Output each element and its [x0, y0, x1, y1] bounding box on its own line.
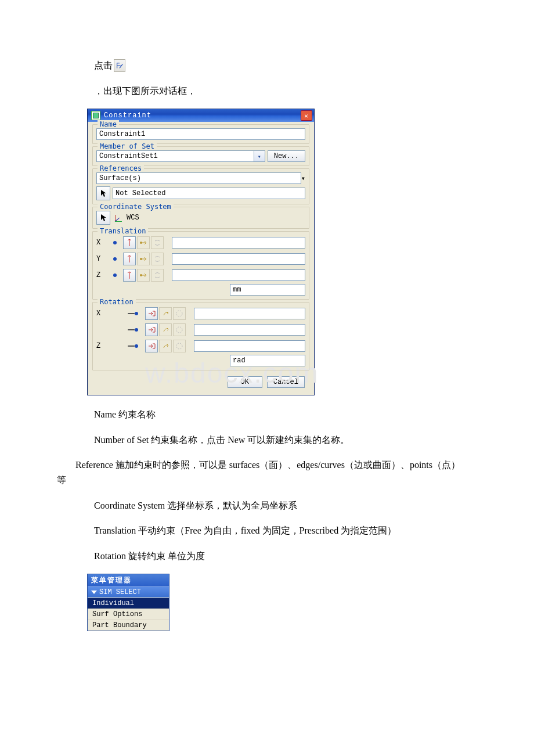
explain-number-of-set: Number of Set 约束集名称，点击 New 可以新建约束集的名称。 [75, 433, 464, 448]
svg-point-5 [176, 343, 182, 349]
axis-label: Z [96, 271, 107, 279]
axis-label: X [96, 239, 107, 247]
translation-x-row: X [96, 236, 305, 249]
coord-system-value: WCS [127, 214, 139, 222]
menu-item-surf-options[interactable]: Surf Options [88, 609, 169, 620]
rotation-z-value[interactable] [194, 340, 305, 352]
free-radio[interactable] [111, 239, 118, 246]
menu-manager-section-label: SIM SELECT [99, 588, 141, 596]
group-member-of-set: Member of Set ▾ New... [92, 146, 309, 166]
references-selection[interactable] [113, 188, 305, 199]
fixed-toggle[interactable] [145, 307, 158, 320]
dialog-titlebar[interactable]: Constraint ✕ [88, 109, 314, 122]
svg-point-2 [140, 274, 142, 276]
close-icon: ✕ [304, 112, 309, 120]
range-toggle[interactable] [173, 323, 186, 336]
prescribed-toggle[interactable] [137, 253, 150, 265]
csys-icon [114, 214, 123, 222]
range-toggle[interactable] [151, 269, 164, 282]
rotation-y-value[interactable] [194, 324, 305, 336]
prescribed-toggle[interactable] [159, 323, 172, 336]
free-radio[interactable] [111, 272, 118, 279]
translation-x-value[interactable] [172, 237, 305, 249]
range-toggle[interactable] [173, 340, 186, 352]
group-references: References ▾ [92, 168, 309, 204]
range-toggle[interactable] [173, 307, 186, 320]
rotation-unit-combo[interactable] [230, 355, 305, 366]
range-toggle[interactable] [151, 236, 164, 249]
menu-manager-section[interactable]: SIM SELECT [88, 586, 169, 597]
explain-rotation: Rotation 旋转约束 单位为度 [75, 549, 464, 564]
member-of-set-combo[interactable] [96, 150, 254, 162]
prescribed-toggle[interactable] [137, 236, 150, 249]
fixed-toggle[interactable] [123, 269, 136, 282]
rotation-y-row [96, 323, 305, 336]
select-button[interactable] [96, 186, 110, 200]
explain-reference: Reference 施加约束时的参照，可以是 surfaces（面）、edges… [57, 458, 464, 487]
svg-point-4 [176, 327, 182, 333]
prescribed-toggle[interactable] [159, 307, 172, 320]
legend-rotation: Rotation [98, 298, 136, 306]
svg-point-0 [140, 242, 142, 244]
rotation-x-row: X [96, 307, 305, 320]
constraint-dialog: Constraint ✕ Name Member of Set ▾ N [87, 109, 315, 395]
menu-manager-panel: 菜单管理器 SIM SELECT Individual Surf Options… [87, 574, 169, 631]
free-radio[interactable] [128, 326, 140, 333]
dropdown-icon[interactable]: ▾ [301, 174, 305, 182]
constraint-toolbar-icon [114, 59, 125, 72]
translation-unit-combo[interactable] [230, 284, 305, 296]
group-coord-system: Coordinate System WCS [92, 207, 309, 229]
translation-z-row: Z [96, 269, 305, 282]
svg-point-1 [140, 258, 142, 260]
references-type-combo[interactable] [96, 172, 301, 184]
axis-label: Y [96, 255, 107, 263]
explain-name: Name 约束名称 [75, 407, 464, 422]
cancel-button[interactable]: Cancel [267, 376, 305, 388]
axis-label: Z [96, 342, 107, 350]
prescribed-toggle[interactable] [159, 340, 172, 352]
menu-item-individual[interactable]: Individual [88, 597, 169, 609]
click-label: 点击 [75, 58, 113, 73]
new-set-button[interactable]: New... [268, 150, 305, 162]
name-input[interactable] [96, 128, 305, 140]
dialog-title: Constraint [104, 111, 151, 120]
appear-label: ，出现下图所示对话框， [75, 84, 464, 99]
menu-item-part-boundary[interactable]: Part Boundary [88, 620, 169, 631]
explain-translation: Translation 平动约束（Free 为自由，fixed 为固定，Pres… [75, 523, 464, 538]
legend-member-of-set: Member of Set [98, 142, 157, 150]
range-toggle[interactable] [151, 253, 164, 265]
translation-z-value[interactable] [172, 269, 305, 281]
fixed-toggle[interactable] [145, 323, 158, 336]
ok-button[interactable]: OK [228, 376, 262, 388]
fixed-toggle[interactable] [145, 340, 158, 352]
translation-y-row: Y [96, 253, 305, 265]
select-button[interactable] [96, 211, 110, 225]
legend-references: References [98, 164, 144, 172]
rotation-x-value[interactable] [194, 308, 305, 319]
legend-coord-system: Coordinate System [98, 203, 174, 211]
free-radio[interactable] [128, 343, 140, 350]
menu-manager-title: 菜单管理器 [88, 574, 169, 586]
rotation-z-row: Z [96, 340, 305, 352]
svg-point-3 [176, 311, 182, 316]
explain-coord-system: Coordinate System 选择坐标系，默认为全局坐标系 [75, 498, 464, 513]
legend-translation: Translation [98, 227, 148, 235]
click-instruction: 点击 [75, 58, 464, 73]
translation-y-value[interactable] [172, 253, 305, 265]
pointer-icon [100, 214, 107, 222]
close-button[interactable]: ✕ [301, 110, 312, 121]
free-radio[interactable] [128, 310, 140, 317]
axis-label: X [96, 309, 107, 318]
prescribed-toggle[interactable] [137, 269, 150, 282]
dropdown-icon[interactable]: ▾ [254, 150, 265, 162]
free-radio[interactable] [111, 255, 118, 262]
fixed-toggle[interactable] [123, 236, 136, 249]
fixed-toggle[interactable] [123, 253, 136, 265]
pointer-icon [100, 189, 107, 197]
dialog-icon [91, 111, 100, 120]
group-rotation: Rotation X [92, 302, 309, 370]
legend-name: Name [98, 120, 119, 128]
group-name: Name [92, 124, 309, 144]
chevron-down-icon [91, 591, 97, 594]
group-translation: Translation X Y [92, 231, 309, 300]
